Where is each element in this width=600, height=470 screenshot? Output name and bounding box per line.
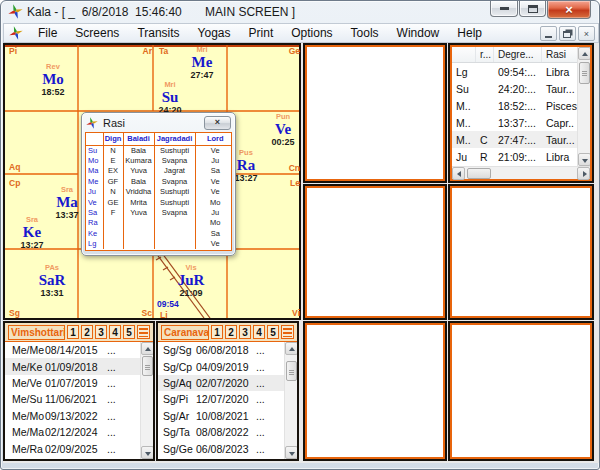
vimshottari-period-row[interactable]: Me/Su11/06/2021... [5,391,140,407]
empty-panel-mid-left[interactable] [303,184,447,320]
caranavamsa-period-row[interactable]: Sg/Pi12/07/2020... [158,391,284,407]
scroll-thumb[interactable] [467,168,491,179]
caranavamsa-level-button-1[interactable]: 1 [211,325,223,339]
scroll-left-button[interactable] [452,167,465,180]
positions-column-header[interactable] [452,47,476,62]
planet-name: Su [162,90,179,105]
rasi-table-row[interactable]: MoEKumaraSvapnaJu [86,155,232,165]
vimshottari-period-row[interactable]: Me/Ke01/09/2018... [5,358,140,374]
arrow-down-icon [289,452,295,456]
caranavamsa-period-row[interactable]: Sg/Sg06/08/2018... [158,342,284,358]
minimize-button[interactable] [490,1,518,17]
close-button[interactable]: × [547,1,591,19]
positions-row[interactable]: M..13:37:...Capr.. [452,114,577,131]
vimshottari-level-button-5[interactable]: 5 [123,325,135,339]
vimshottari-period-row[interactable]: Me/Mo09/13/2022... [5,408,140,424]
positions-cell: Ju [452,151,476,163]
caranavamsa-level-button-3[interactable]: 3 [239,325,251,339]
vimshottari-period-row[interactable]: Me/Ra02/09/2025... [5,440,140,456]
scroll-down-button[interactable] [578,153,590,166]
dasha-options-button[interactable] [137,325,150,339]
vimshottari-level-button-4[interactable]: 4 [109,325,121,339]
dasha-options-button[interactable] [281,325,294,339]
rasi-table-row[interactable]: LgVe [86,239,232,249]
rasi-table-row[interactable]: JuNVriddhaSushuptiVe [86,187,232,197]
menu-item-help[interactable]: Help [448,24,491,42]
vimshottari-level-button-2[interactable]: 2 [81,325,93,339]
vimshottari-period-row[interactable]: Me/Ve01/07/2019... [5,375,140,391]
scroll-up-button[interactable] [578,47,590,60]
rasi-dialog-title-bar[interactable]: Rasi × [82,113,235,132]
menu-item-window[interactable]: Window [388,24,449,42]
empty-panel-bottom-right[interactable] [448,321,594,461]
positions-panel: r...Degre...Rasi Lg09:54:...LibraSu24:20… [448,43,594,183]
scroll-thumb[interactable] [142,356,153,376]
rasi-dialog-close-button[interactable]: × [204,116,231,130]
scroll-thumb[interactable] [286,361,297,381]
positions-cell: Libra [542,151,577,163]
rasi-cell [154,228,195,238]
caranavamsa-period-row[interactable]: Sg/Ge06/08/2023... [158,440,284,456]
rasi-col-header: Dign [103,133,123,145]
menu-item-file[interactable]: File [29,24,66,42]
title-bar[interactable]: Kala - [ _ 6/8/2018 15:46:40 MAIN SCREEN… [1,1,599,23]
menu-item-transits[interactable]: Transits [128,24,188,42]
caranavamsa-period-row[interactable]: Sg/Ar10/08/2021... [158,408,284,424]
positions-horizontal-scrollbar[interactable] [452,166,590,179]
caranavamsa-scrollbar[interactable] [284,342,297,459]
positions-column-header[interactable]: Rasi [542,47,577,62]
menu-item-options[interactable]: Options [282,24,341,42]
empty-panel-bottom-left[interactable] [303,321,447,461]
rasi-dialog[interactable]: Rasi × DignBaladiJagradadiLordSuNBalaSus… [81,112,236,256]
tab-caranavamsa[interactable]: Caranavamsa [161,325,209,340]
empty-panel-top-left[interactable] [303,43,447,183]
positions-cell: M.. [452,117,476,129]
vimshottari-level-button-3[interactable]: 3 [95,325,107,339]
positions-column-header[interactable]: Degre... [494,47,542,62]
maximize-button[interactable] [519,1,546,17]
positions-row[interactable]: Su24:20:...Taur... [452,80,577,97]
caranavamsa-level-button-2[interactable]: 2 [225,325,237,339]
scroll-down-button[interactable] [141,446,153,459]
menu-item-tools[interactable]: Tools [342,24,388,42]
mdi-restore-button[interactable] [559,26,576,41]
menu-item-print[interactable]: Print [240,24,283,42]
rasi-table-row[interactable]: SaFYuvaSvapnaJu [86,207,232,217]
empty-panel-mid-right[interactable] [448,184,594,320]
mdi-minimize-icon [545,36,552,38]
positions-row[interactable]: M..18:52:...Pisces [452,97,577,114]
positions-cell: 09:54:... [494,66,542,78]
rasi-cell [154,239,195,249]
planet-name: Mo [42,72,64,87]
positions-row[interactable]: Lg09:54:...Libra [452,63,577,80]
vimshottari-level-button-1[interactable]: 1 [67,325,79,339]
caranavamsa-level-button-5[interactable]: 5 [267,325,279,339]
rasi-table-row[interactable]: MeGFBalaSvapnaVe [86,176,232,186]
rasi-table-row[interactable]: VeGEMritaSushuptiMo [86,197,232,207]
caranavamsa-period-row[interactable]: Sg/Aq02/07/2020... [158,375,284,391]
scroll-up-button[interactable] [141,342,153,355]
mdi-minimize-button[interactable] [540,26,557,41]
rasi-table-row[interactable]: SuNBalaSushuptiVe [86,145,232,155]
caranavamsa-period-row[interactable]: Sg/Cp04/09/2019... [158,358,284,374]
menu-item-yogas[interactable]: Yogas [189,24,240,42]
caranavamsa-level-button-4[interactable]: 4 [253,325,265,339]
scroll-down-button[interactable] [285,446,297,459]
mdi-close-button[interactable]: × [578,26,595,41]
caranavamsa-period-row[interactable]: Sg/Ta08/08/2022... [158,424,284,440]
rasi-table-row[interactable]: RaMo [86,218,232,228]
positions-row[interactable]: M..C27:47:...Taur... [452,131,577,148]
rasi-table-row[interactable]: KeSa [86,228,232,238]
positions-vertical-scrollbar[interactable] [577,47,590,166]
positions-row[interactable]: JuR21:09:...Libra [452,148,577,165]
rasi-table-row[interactable]: MaEXYuvaJagratSa [86,166,232,176]
tab-vimshottari[interactable]: Vimshottari [8,325,65,340]
scroll-right-button[interactable] [577,167,590,180]
vimshottari-period-row[interactable]: Me/Me08/14/2015... [5,342,140,358]
vimshottari-scrollbar[interactable] [140,342,153,459]
menu-item-screens[interactable]: Screens [66,24,128,42]
vimshottari-period-row[interactable]: Me/Ma02/12/2024... [5,424,140,440]
scroll-up-button[interactable] [285,342,297,355]
positions-column-header[interactable]: r... [476,47,494,62]
scroll-thumb[interactable] [579,62,590,84]
